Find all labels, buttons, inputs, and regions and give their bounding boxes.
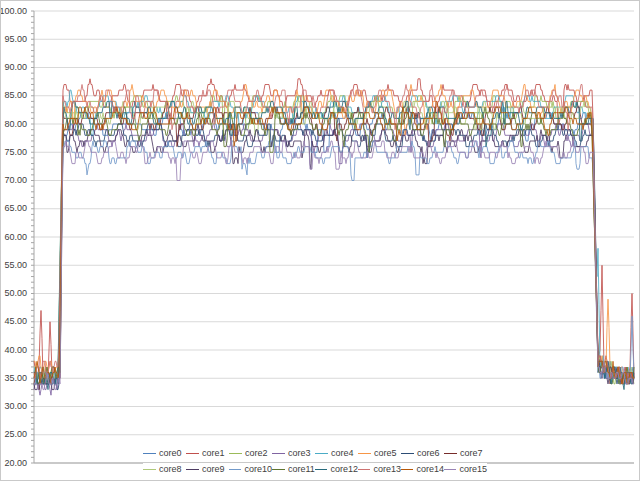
legend-line-marker	[143, 453, 156, 454]
y-axis-tick-label: 95.00	[0, 35, 27, 44]
legend-item-core0[interactable]: core0	[143, 448, 186, 458]
y-axis-tick-label: 65.00	[0, 204, 27, 213]
legend-line-marker	[272, 469, 285, 470]
legend-label: core10	[244, 464, 272, 474]
legend-label: core8	[159, 464, 182, 474]
legend-line-marker	[315, 453, 328, 454]
y-axis-tick-label: 80.00	[0, 120, 27, 129]
legend-line-marker	[358, 469, 370, 470]
chart-frame: 100.0095.0090.0085.0080.0075.0070.0065.0…	[0, 0, 640, 481]
legend-label: core5	[374, 448, 397, 458]
y-axis-tick-label: 35.00	[0, 374, 27, 383]
legend-line-marker	[444, 453, 457, 454]
legend-item-core1[interactable]: core1	[186, 448, 229, 458]
series-line-core3[interactable]	[34, 118, 634, 395]
legend-label: core4	[331, 448, 354, 458]
legend-line-marker	[186, 453, 199, 454]
legend-item-core11[interactable]: core11	[272, 464, 315, 474]
y-axis-tick-label: 30.00	[0, 402, 27, 411]
legend-label: core1	[202, 448, 225, 458]
legend-label: core11	[288, 464, 315, 474]
legend-line-marker	[272, 453, 285, 454]
legend-item-core3[interactable]: core3	[272, 448, 315, 458]
legend-item-core14[interactable]: core14	[401, 464, 444, 474]
legend-label: core0	[159, 448, 182, 458]
legend-line-marker	[358, 453, 371, 454]
legend-line-marker	[401, 469, 413, 470]
legend-row-2[interactable]: core8core9core10core11core12core13core14…	[143, 463, 487, 475]
legend-line-marker	[315, 469, 327, 470]
legend-item-core9[interactable]: core9	[186, 464, 229, 474]
series-line-core6[interactable]	[34, 118, 634, 389]
legend-row-1[interactable]: core0core1core2core3core4core5core6core7	[143, 447, 487, 459]
legend-item-core7[interactable]: core7	[444, 448, 487, 458]
legend-label: core14	[416, 464, 444, 474]
legend-item-core15[interactable]: core15	[444, 464, 487, 474]
series-line-core7[interactable]	[34, 101, 634, 389]
legend-line-marker	[229, 469, 241, 470]
y-axis-tick-label: 20.00	[0, 459, 27, 468]
legend-line-marker	[229, 453, 242, 454]
legend-item-core8[interactable]: core8	[143, 464, 186, 474]
legend-item-core2[interactable]: core2	[229, 448, 272, 458]
plot-area[interactable]	[1, 1, 640, 481]
legend-line-marker	[186, 469, 199, 470]
y-axis-tick-label: 50.00	[0, 289, 27, 298]
legend-line-marker	[401, 453, 414, 454]
legend-label: core7	[460, 448, 483, 458]
y-axis-tick-label: 90.00	[0, 63, 27, 72]
legend-label: core15	[459, 464, 487, 474]
legend-item-core12[interactable]: core12	[315, 464, 358, 474]
y-axis-tick-label: 85.00	[0, 91, 27, 100]
y-axis-tick-label: 25.00	[0, 430, 27, 439]
legend-label: core3	[288, 448, 311, 458]
legend-label: core12	[330, 464, 358, 474]
legend-item-core6[interactable]: core6	[401, 448, 444, 458]
legend-label: core9	[202, 464, 225, 474]
gridlines	[34, 11, 634, 463]
series-line-core10[interactable]	[34, 141, 634, 384]
y-axis-tick-label: 40.00	[0, 346, 27, 355]
legend-line-marker	[143, 469, 156, 470]
legend-label: core2	[245, 448, 268, 458]
y-axis-tick-label: 45.00	[0, 317, 27, 326]
y-axis-tick-label: 75.00	[0, 148, 27, 157]
series-line-core12[interactable]	[34, 101, 634, 389]
legend-label: core13	[373, 464, 401, 474]
legend-item-core10[interactable]: core10	[229, 464, 272, 474]
y-axis-tick-label: 100.00	[0, 7, 27, 16]
y-axis-tick-label: 55.00	[0, 261, 27, 270]
legend-item-core4[interactable]: core4	[315, 448, 358, 458]
legend-item-core13[interactable]: core13	[358, 464, 401, 474]
y-axis-tick-label: 70.00	[0, 176, 27, 185]
legend-line-marker	[444, 469, 456, 470]
y-axis-tick-label: 60.00	[0, 233, 27, 242]
series-line-core14[interactable]	[34, 101, 634, 384]
legend-item-core5[interactable]: core5	[358, 448, 401, 458]
legend-label: core6	[417, 448, 440, 458]
